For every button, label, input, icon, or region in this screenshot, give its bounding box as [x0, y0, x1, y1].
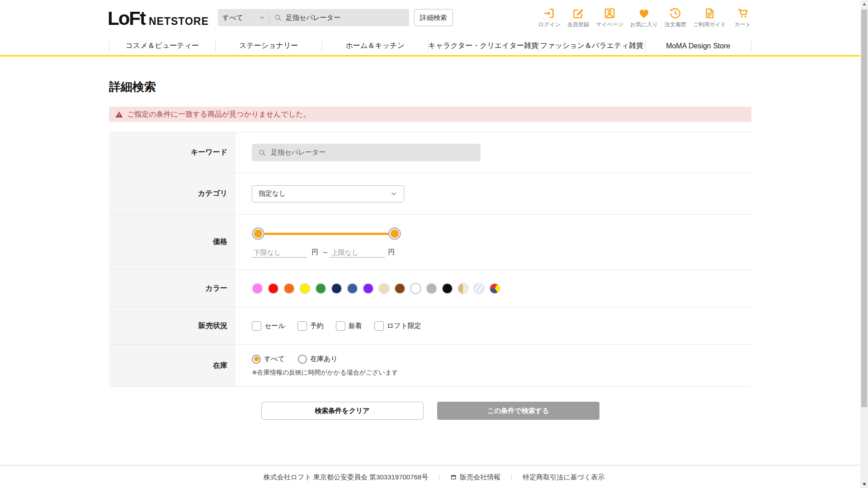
- scrollbar-thumb[interactable]: [861, 9, 867, 407]
- color-swatch-black[interactable]: [442, 283, 453, 294]
- login-link[interactable]: ログイン: [538, 7, 561, 28]
- scroll-down-button[interactable]: [860, 480, 868, 488]
- checkbox-preorder[interactable]: 予約: [297, 321, 324, 331]
- footer-link-seller-info[interactable]: 販売会社情報: [450, 473, 500, 482]
- color-swatch-navy[interactable]: [331, 283, 342, 294]
- color-swatch-white[interactable]: [410, 283, 421, 294]
- keyword-input[interactable]: [271, 149, 461, 156]
- price-range-slider: [252, 227, 401, 240]
- color-swatch-brown[interactable]: [394, 283, 406, 294]
- loft-logo[interactable]: LoFt NETSTORE: [108, 9, 209, 28]
- checkbox-new-arrival-box: [336, 321, 345, 331]
- stock-label: 在庫: [109, 345, 236, 386]
- color-swatch-gray[interactable]: [426, 283, 437, 294]
- slider-handle-max[interactable]: [388, 227, 401, 240]
- range-tilde: ～: [322, 248, 329, 257]
- yen-label-max: 円: [388, 248, 395, 257]
- color-swatch-green[interactable]: [315, 283, 326, 294]
- login-icon: [543, 7, 556, 19]
- search-scope-select[interactable]: すべて: [222, 14, 265, 22]
- keyword-label: キーワード: [109, 132, 236, 173]
- color-swatch-yellow[interactable]: [299, 283, 311, 294]
- radio-in-stock[interactable]: 在庫あり: [298, 355, 338, 364]
- guide-link[interactable]: ご利用ガイド: [693, 7, 726, 28]
- nav-item-stationery[interactable]: ステーショナリー: [215, 37, 321, 55]
- favorites-label: お気に入り: [630, 21, 658, 28]
- register-link[interactable]: 会員登録: [567, 7, 589, 28]
- price-max-input[interactable]: [330, 248, 385, 258]
- color-swatch-blue[interactable]: [347, 283, 358, 294]
- mypage-icon: [604, 7, 616, 19]
- stock-row: 在庫 すべて 在庫あり ※在庫情: [109, 345, 751, 387]
- color-swatch-purple[interactable]: [363, 283, 374, 294]
- advanced-search-content: 詳細検索 ご指定の条件に一致する商品が見つかりませんでした。 キーワード カテゴ…: [109, 79, 751, 420]
- warning-icon: [115, 111, 123, 118]
- checkbox-new-arrival[interactable]: 新着: [336, 321, 362, 331]
- color-swatch-gold-silver[interactable]: [458, 283, 469, 294]
- color-swatch-multicolor[interactable]: [489, 283, 500, 294]
- color-label: カラー: [109, 270, 236, 307]
- footer-divider: [439, 474, 439, 481]
- color-swatch-clear[interactable]: [473, 283, 485, 294]
- order-history-icon: [669, 7, 681, 19]
- color-row: カラー: [109, 270, 751, 307]
- cart-link[interactable]: カート: [733, 7, 753, 28]
- header-search-bar: すべて: [218, 9, 409, 26]
- submit-search-button[interactable]: この条件で検索する: [437, 402, 599, 420]
- price-label: 価格: [109, 215, 236, 269]
- favorites-link[interactable]: お気に入り: [630, 7, 658, 28]
- order-history-label: 注文履歴: [665, 21, 686, 28]
- guide-label: ご利用ガイド: [693, 21, 726, 28]
- header-search-input[interactable]: [286, 14, 390, 22]
- checkbox-loft-limited[interactable]: ロフト限定: [374, 321, 421, 331]
- search-scope-value: すべて: [222, 14, 243, 22]
- order-history-link[interactable]: 注文履歴: [665, 7, 686, 28]
- logo-sub-text: NETSTORE: [149, 15, 209, 28]
- nav-item-moma-design-store[interactable]: MoMA Design Store: [645, 37, 751, 55]
- search-form: キーワード カテゴリ 指定なし 価格: [109, 132, 751, 387]
- login-label: ログイン: [538, 21, 561, 28]
- nav-item-character-creator-goods[interactable]: キャラクター・クリエイター雑貨: [428, 37, 538, 55]
- company-registration-text: 株式会社ロフト 東京都公安委員会 第303319700768号: [264, 473, 429, 482]
- site-footer: 株式会社ロフト 東京都公安委員会 第303319700768号 販売会社情報 特…: [0, 465, 868, 488]
- footer-divider: [511, 474, 512, 481]
- slider-handle-min[interactable]: [252, 227, 264, 240]
- radio-in-stock-circle: [298, 355, 307, 364]
- yen-label-min: 円: [311, 248, 318, 257]
- category-label: カテゴリ: [109, 173, 236, 214]
- checkbox-sale[interactable]: セール: [252, 321, 285, 331]
- category-select[interactable]: 指定なし: [252, 185, 404, 202]
- radio-stock-all[interactable]: すべて: [252, 355, 285, 364]
- color-swatch-beige[interactable]: [378, 283, 390, 294]
- site-header: LoFt NETSTORE すべて 詳細検索 ログイン: [0, 0, 868, 55]
- color-swatch-pink[interactable]: [252, 283, 263, 294]
- price-row: 価格 円 ～ 円: [109, 215, 751, 270]
- clear-search-button[interactable]: 検索条件をクリア: [261, 402, 424, 420]
- mypage-label: マイページ: [596, 21, 623, 28]
- category-selected-value: 指定なし: [259, 189, 286, 198]
- footer-link-transactions-law[interactable]: 特定商取引法に基づく表示: [523, 473, 604, 482]
- heart-icon: [638, 7, 650, 19]
- search-icon: [274, 14, 282, 22]
- sales-status-row: 販売状況 セール 予約 新着: [109, 307, 751, 345]
- error-banner: ご指定の条件に一致する商品が見つかりませんでした。: [109, 107, 751, 122]
- nav-item-fashion-variety-goods[interactable]: ファッション＆バラエティ雑貨: [538, 37, 645, 55]
- checkbox-sale-box: [252, 321, 261, 331]
- sales-status-label: 販売状況: [109, 307, 236, 344]
- scroll-up-button[interactable]: [860, 0, 868, 8]
- checkbox-preorder-box: [297, 321, 307, 331]
- nav-item-cosmetics-beauty[interactable]: コスメ＆ビューティー: [109, 37, 215, 55]
- color-swatch-red[interactable]: [268, 283, 279, 294]
- scrollbar[interactable]: [860, 0, 868, 488]
- guide-icon: [703, 7, 716, 19]
- color-swatches: [252, 283, 505, 294]
- color-swatch-orange[interactable]: [283, 283, 295, 294]
- advanced-search-button[interactable]: 詳細検索: [414, 9, 453, 26]
- keyword-row: キーワード: [109, 132, 751, 173]
- search-divider: [269, 12, 269, 23]
- mypage-link[interactable]: マイページ: [596, 7, 623, 28]
- stock-note: ※在庫情報の反映に時間がかかる場合がございます: [252, 369, 398, 377]
- price-min-input[interactable]: [252, 248, 307, 258]
- nav-item-home-kitchen[interactable]: ホーム＆キッチン: [322, 37, 428, 55]
- chevron-down-icon: [390, 190, 397, 197]
